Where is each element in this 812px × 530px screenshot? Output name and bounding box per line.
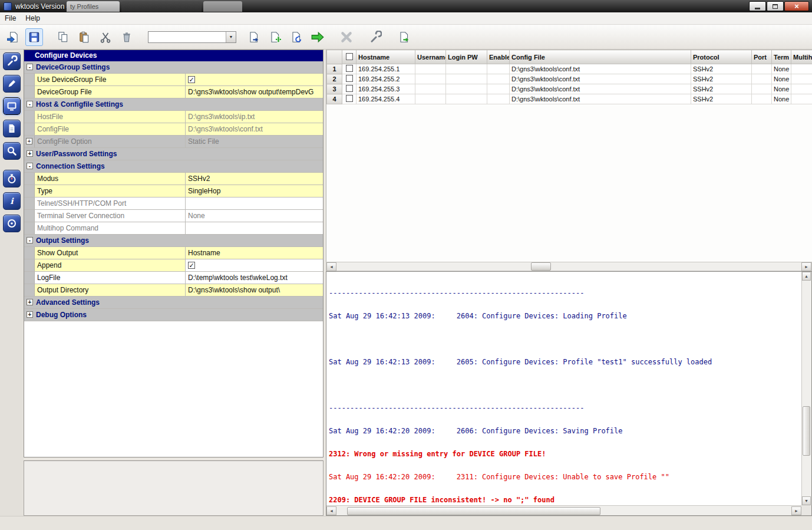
scroll-right-button[interactable]: ► xyxy=(801,262,811,271)
expand-icon[interactable]: + xyxy=(27,299,33,305)
close-button[interactable]: × xyxy=(784,1,809,11)
pg-row-append[interactable]: Append xyxy=(24,259,323,272)
export-output-button[interactable] xyxy=(395,28,413,46)
pg-row-configfile[interactable]: ConfigFileD:\gns3\wktools\conf.txt xyxy=(24,123,323,136)
pg-row-show-output[interactable]: Show OutputHostname xyxy=(24,247,323,259)
sidebar-configure-devices-button[interactable] xyxy=(3,97,21,115)
title-bar[interactable]: wktools Version 4 ty Profiles × xyxy=(0,0,812,12)
select-all-checkbox[interactable] xyxy=(346,53,353,60)
use-devicegroup-file-checkbox[interactable] xyxy=(188,76,195,83)
col-enable[interactable]: Enable xyxy=(487,50,510,64)
open-profile-button[interactable] xyxy=(4,28,22,46)
property-value[interactable]: Hostname xyxy=(186,247,323,259)
sidebar-search-button[interactable] xyxy=(3,142,21,160)
profile-combobox[interactable]: ▼ xyxy=(148,31,236,43)
delete-button[interactable] xyxy=(118,28,136,46)
sidebar-about-button[interactable] xyxy=(3,215,21,232)
scrollbar-thumb[interactable] xyxy=(347,507,600,515)
cut-button[interactable] xyxy=(97,28,114,46)
collapse-icon[interactable]: - xyxy=(27,163,33,169)
scrollbar-thumb[interactable] xyxy=(531,262,551,271)
select-all-header[interactable] xyxy=(342,50,357,64)
col-login-pw[interactable]: Login PW xyxy=(446,50,487,64)
pg-row-hostfile[interactable]: HostFileD:\gns3\wktools\ip.txt xyxy=(24,111,323,123)
row-checkbox[interactable] xyxy=(346,95,353,102)
row-checkbox[interactable] xyxy=(346,75,353,82)
collapse-icon[interactable]: - xyxy=(27,64,33,70)
menu-help[interactable]: Help xyxy=(21,13,45,24)
scrollbar-thumb[interactable] xyxy=(803,406,810,456)
sidebar-info-button[interactable]: i xyxy=(3,192,21,210)
property-value[interactable]: SSHv2 xyxy=(186,173,323,185)
save-profile-button[interactable] xyxy=(25,28,43,46)
pg-row-devicegroup-file[interactable]: DeviceGroup FileD:\gns3\wktools\show out… xyxy=(24,86,323,98)
verify-button[interactable] xyxy=(288,28,305,46)
chevron-down-icon[interactable]: ▼ xyxy=(226,32,236,42)
pg-row-output-directory[interactable]: Output DirectoryD:\gns3\wktools\show out… xyxy=(24,284,323,297)
menu-file[interactable]: File xyxy=(0,13,21,24)
stop-button[interactable] xyxy=(338,28,355,46)
scroll-right-button[interactable]: ► xyxy=(791,506,801,515)
col-config-file[interactable]: Config File xyxy=(510,50,691,64)
row-checkbox[interactable] xyxy=(346,85,353,92)
pg-section-host-configfile-settings[interactable]: -Host & Configfile Settings xyxy=(24,98,323,111)
log-horizontal-scrollbar[interactable]: ◄ ► xyxy=(326,505,801,515)
pg-row-terminal-server-connection[interactable]: Terminal Server ConnectionNone xyxy=(24,210,323,222)
expand-icon[interactable]: + xyxy=(27,311,33,318)
pg-section-connection-settings[interactable]: -Connection Settings xyxy=(24,160,323,173)
pg-section-output-settings[interactable]: -Output Settings xyxy=(24,235,323,247)
property-value[interactable]: D:\gns3\wktools\show output\tempDevG xyxy=(186,86,323,98)
property-value[interactable]: D:\temp\wktools test\wkeLog.txt xyxy=(186,272,323,284)
collapse-icon[interactable]: - xyxy=(27,237,33,243)
col-multihop[interactable]: Multihop xyxy=(791,50,812,64)
col-term[interactable]: Term xyxy=(772,50,791,64)
pg-section-user-password-settings[interactable]: +User/Password Settings xyxy=(24,148,323,160)
scroll-down-button[interactable]: ▼ xyxy=(802,496,811,505)
log-vertical-scrollbar[interactable]: ▲ ▼ xyxy=(801,272,811,505)
pg-section-devicegroup-settings[interactable]: -DeviceGroup Settings xyxy=(24,61,323,74)
append-checkbox[interactable] xyxy=(188,262,195,269)
collapse-icon[interactable]: - xyxy=(27,101,33,107)
minimize-button[interactable] xyxy=(749,1,766,11)
scrollbar-track[interactable] xyxy=(336,506,791,515)
property-value[interactable]: D:\gns3\wktools\show output\ xyxy=(186,284,323,296)
table-row[interactable]: 4 169.254.255.4 D:\gns3\wktools\conf.txt… xyxy=(327,94,812,104)
col-port[interactable]: Port xyxy=(752,50,772,64)
col-username[interactable]: Username xyxy=(415,50,446,64)
pg-section-debug-options[interactable]: +Debug Options xyxy=(24,309,323,321)
maximize-button[interactable] xyxy=(767,1,784,11)
paste-button[interactable] xyxy=(75,28,93,46)
col-protocol[interactable]: Protocol xyxy=(691,50,752,64)
pg-row-configfile-option[interactable]: +ConfigFile OptionStatic File xyxy=(24,136,323,148)
table-row[interactable]: 3 169.254.255.3 D:\gns3\wktools\conf.txt… xyxy=(327,84,812,94)
row-checkbox[interactable] xyxy=(346,65,353,72)
pg-row-type[interactable]: TypeSingleHop xyxy=(24,185,323,197)
pg-row-multihop-command[interactable]: Multihop Command xyxy=(24,222,323,235)
sidebar-edit-button[interactable] xyxy=(3,75,21,93)
copy-button[interactable] xyxy=(54,28,72,46)
scroll-up-button[interactable]: ▲ xyxy=(802,272,811,281)
pg-section-advanced-settings[interactable]: +Advanced Settings xyxy=(24,297,323,309)
table-row[interactable]: 2 169.254.255.2 D:\gns3\wktools\conf.txt… xyxy=(327,74,812,84)
pg-row-use-devicegroup-file[interactable]: Use DeviceGroup File xyxy=(24,74,323,86)
scroll-left-button[interactable]: ◄ xyxy=(326,262,336,271)
scrollbar-track[interactable] xyxy=(336,262,801,271)
pg-row-modus[interactable]: ModusSSHv2 xyxy=(24,173,323,185)
multihop-cell xyxy=(791,94,812,104)
pg-row-telnet-ssh-http-com-port[interactable]: Telnet/SSH/HTTP/COM Port xyxy=(24,197,323,210)
pg-row-logfile[interactable]: LogFileD:\temp\wktools test\wkeLog.txt xyxy=(24,272,323,284)
add-device-button[interactable] xyxy=(266,28,284,46)
property-value[interactable]: SingleHop xyxy=(186,185,323,197)
sidebar-timer-button[interactable] xyxy=(3,170,21,187)
col-hostname[interactable]: Hostname xyxy=(357,50,415,64)
sidebar-wrench-button[interactable] xyxy=(3,52,21,70)
sidebar-documents-button[interactable] xyxy=(3,120,21,137)
run-button[interactable] xyxy=(309,28,326,46)
expand-icon[interactable]: + xyxy=(27,150,33,157)
tools-button[interactable] xyxy=(367,28,384,46)
table-row[interactable]: 1 169.254.255.1 D:\gns3\wktools\conf.txt… xyxy=(327,64,812,74)
scroll-left-button[interactable]: ◄ xyxy=(326,506,336,515)
export-devices-button[interactable] xyxy=(245,28,263,46)
expand-icon[interactable]: + xyxy=(26,138,32,144)
table-horizontal-scrollbar[interactable]: ◄ ► xyxy=(326,262,812,271)
